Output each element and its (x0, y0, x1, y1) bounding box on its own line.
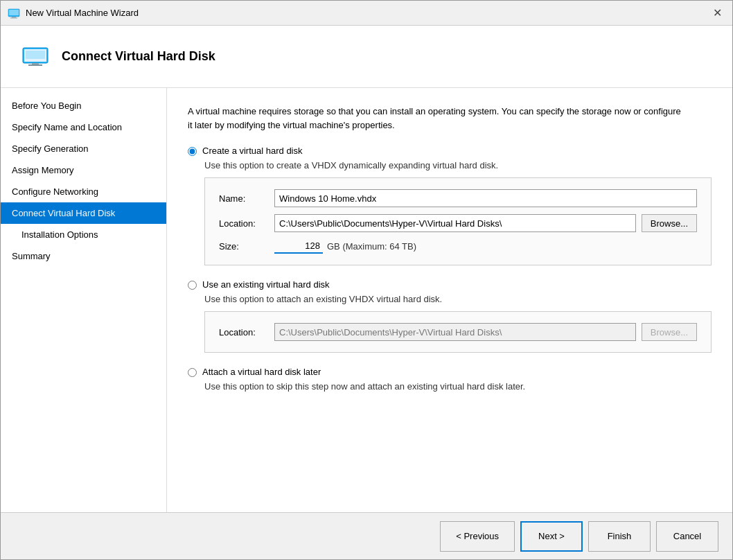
name-label: Name: (219, 193, 274, 204)
create-new-label[interactable]: Create a virtual hard disk (202, 146, 303, 156)
location-row: Location: Browse... (219, 214, 697, 232)
svg-rect-1 (9, 10, 19, 15)
cancel-button[interactable]: Cancel (656, 521, 718, 552)
previous-button[interactable]: < Previous (440, 521, 515, 552)
header-title: Connect Virtual Hard Disk (62, 49, 215, 64)
wizard-header: Connect Virtual Hard Disk (1, 26, 732, 88)
use-existing-form: Location: Browse... (204, 311, 712, 353)
sidebar-item-specify-generation[interactable]: Specify Generation (1, 138, 166, 159)
content-area: Before You BeginSpecify Name and Locatio… (1, 88, 732, 512)
svg-rect-2 (12, 17, 16, 18)
sidebar-item-connect-vhd[interactable]: Connect Virtual Hard Disk (1, 202, 166, 224)
svg-rect-8 (28, 64, 42, 66)
create-new-sublabel: Use this option to create a VHDX dynamic… (204, 160, 712, 170)
sidebar-item-before-you-begin[interactable]: Before You Begin (1, 95, 166, 116)
window-title: New Virtual Machine Wizard (26, 8, 709, 18)
main-content: A virtual machine requires storage so th… (167, 88, 732, 512)
wizard-window: New Virtual Machine Wizard ✕ Connect Vir… (0, 0, 733, 560)
close-button[interactable]: ✕ (709, 5, 725, 21)
attach-later-sublabel: Use this option to skip this step now an… (204, 381, 712, 392)
browse-button-create[interactable]: Browse... (642, 214, 697, 232)
sidebar: Before You BeginSpecify Name and Locatio… (1, 88, 167, 512)
create-new-form: Name: Location: Browse... Size: GB (Maxi… (204, 177, 712, 265)
attach-later-group: Attach a virtual hard disk later Use thi… (188, 367, 712, 392)
location-input[interactable] (274, 214, 636, 232)
sidebar-item-specify-name-location[interactable]: Specify Name and Location (1, 116, 166, 138)
use-existing-group: Use an existing virtual hard disk Use th… (188, 279, 712, 353)
window-icon (8, 7, 20, 19)
size-row: Size: GB (Maximum: 64 TB) (219, 239, 697, 254)
next-button[interactable]: Next > (520, 521, 583, 552)
sidebar-item-summary[interactable]: Summary (1, 245, 166, 267)
sidebar-item-installation-options[interactable]: Installation Options (1, 224, 166, 245)
name-row: Name: (219, 189, 697, 207)
use-existing-sublabel: Use this option to attach an existing VH… (204, 294, 712, 304)
size-label: Size: (219, 241, 274, 252)
sidebar-item-assign-memory[interactable]: Assign Memory (1, 159, 166, 181)
existing-location-input (274, 323, 636, 341)
wizard-footer: < Previous Next > Finish Cancel (1, 512, 732, 559)
size-unit: GB (Maximum: 64 TB) (327, 241, 416, 252)
svg-rect-7 (32, 63, 39, 64)
header-icon (21, 46, 49, 67)
name-input[interactable] (274, 189, 697, 207)
create-new-group: Create a virtual hard disk Use this opti… (188, 146, 712, 265)
attach-later-option: Attach a virtual hard disk later (188, 367, 712, 377)
use-existing-option: Use an existing virtual hard disk (188, 279, 712, 290)
use-existing-label[interactable]: Use an existing virtual hard disk (202, 279, 330, 290)
svg-rect-3 (10, 17, 17, 18)
attach-later-label[interactable]: Attach a virtual hard disk later (202, 367, 321, 377)
sidebar-item-configure-networking[interactable]: Configure Networking (1, 181, 166, 202)
existing-location-row: Location: Browse... (219, 323, 697, 341)
create-new-radio[interactable] (188, 147, 197, 156)
size-input[interactable] (274, 239, 323, 254)
create-new-option: Create a virtual hard disk (188, 146, 712, 156)
browse-button-existing: Browse... (642, 323, 697, 341)
location-label: Location: (219, 218, 274, 229)
description-text: A virtual machine requires storage so th… (188, 105, 687, 132)
attach-later-radio[interactable] (188, 368, 197, 377)
existing-location-label: Location: (219, 327, 274, 338)
svg-rect-6 (26, 51, 45, 59)
use-existing-radio[interactable] (188, 281, 197, 290)
finish-button[interactable]: Finish (588, 521, 651, 552)
title-bar: New Virtual Machine Wizard ✕ (1, 1, 732, 26)
